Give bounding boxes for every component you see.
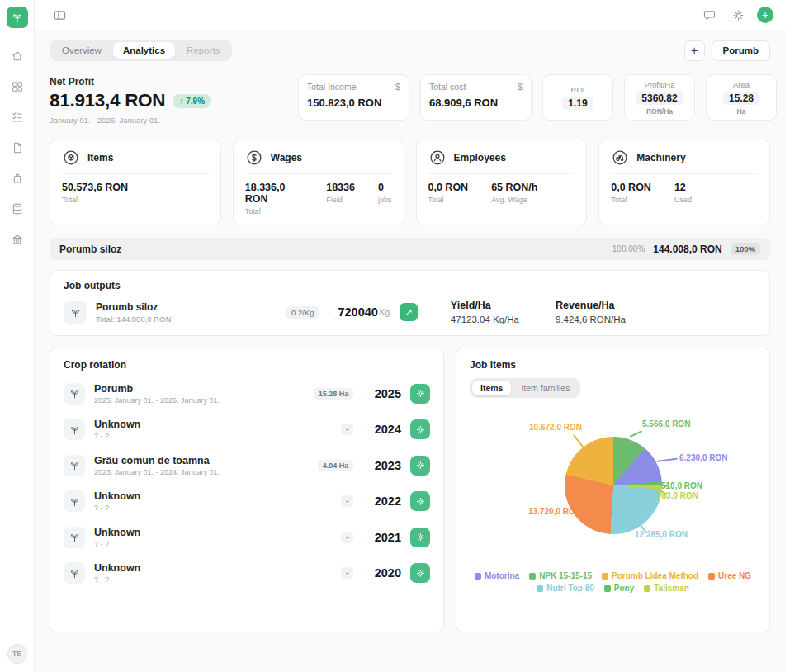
sidebar-item-dashboard[interactable]: [7, 77, 27, 97]
rotation-dates: ? - ?: [94, 575, 341, 584]
rotation-settings-button[interactable]: [410, 384, 430, 404]
machinery-total-value: 0,0 RON: [611, 182, 651, 193]
machinery-total-label: Total: [611, 196, 651, 204]
app-window: TE + Overview Analytics Reports +: [0, 0, 785, 672]
employees-total-value: 0,0 RON: [428, 182, 469, 193]
wages-card: Wages 18.336,0 RONTotal 18336Field 0jobs: [233, 140, 404, 225]
chart-legend: MotorinaNPK 15-15-15Porumb Lidea MethodU…: [470, 571, 756, 593]
crop-icon-tile: [64, 455, 85, 476]
legend-swatch: [602, 573, 608, 580]
rotation-dates: 2023. January 01. - 2024. January 01.: [94, 468, 318, 476]
employees-wage-value: 65 RON/h: [491, 182, 537, 193]
open-output-button[interactable]: ↗: [400, 303, 418, 321]
legend-item: Talisman: [644, 584, 689, 593]
rotation-year: 2020: [371, 566, 401, 580]
rotation-settings-button[interactable]: [410, 563, 430, 583]
rotation-year: 2022: [371, 495, 401, 508]
change-badge: ↑7.9%: [173, 94, 211, 108]
yield-value: 47123.04 Kg/Ha: [451, 315, 519, 324]
rotation-dates: 2025. January 01. - 2026. January 01.: [94, 396, 314, 405]
tabs-row: Overview Analytics Reports + Porumb: [50, 40, 770, 61]
sidebar-item-home[interactable]: [7, 46, 27, 66]
sidebar-item-finance[interactable]: [7, 230, 27, 249]
legend-row: MotorinaNPK 15-15-15Porumb Lidea MethodU…: [475, 571, 751, 580]
machinery-card: Machinery 0,0 RONTotal 12Used: [598, 140, 770, 225]
wages-jobs-value: 0: [378, 182, 392, 193]
rotation-settings-button[interactable]: [410, 456, 430, 476]
summary-row: Items 50.573,6 RONTotal Wages 18.336,0 R…: [50, 140, 770, 225]
tab-reports[interactable]: Reports: [177, 42, 229, 59]
net-profit-block: Net Profit 81.913,4 RON ↑7.9% January 01…: [50, 74, 287, 125]
task-list-icon: [11, 111, 24, 124]
sprout-icon: [69, 387, 81, 400]
net-profit-period: January 01. - 2026. January 01.: [50, 116, 287, 125]
sidebar-item-storage[interactable]: [7, 199, 27, 219]
tractor-circle-icon: [611, 149, 629, 167]
settings-button[interactable]: [728, 5, 748, 25]
job-output-row: Porumb siloz Total: 144.008,0 RON 0.2/Kg…: [64, 300, 756, 324]
rotation-settings-button[interactable]: [410, 491, 430, 511]
area-badge: -: [341, 567, 353, 579]
rotation-crop-name: Unknown: [94, 419, 341, 430]
sidebar-item-documents[interactable]: [7, 138, 27, 158]
crop-rotation-row: Unknown? - ? - · 2020: [64, 556, 430, 592]
tab-overview[interactable]: Overview: [52, 42, 111, 59]
app-logo[interactable]: [7, 7, 28, 28]
add-button[interactable]: +: [757, 7, 773, 23]
sidebar-item-tasks[interactable]: [7, 107, 27, 127]
machinery-title: Machinery: [636, 152, 685, 163]
crop-selector-button[interactable]: Porumb: [712, 40, 770, 61]
legend-label: NPK 15-15-15: [539, 571, 592, 580]
employees-title: Employees: [454, 152, 506, 163]
dollar-icon: $: [518, 82, 523, 92]
total-income-value: 150.823,0 RON: [307, 97, 400, 109]
add-crop-button[interactable]: +: [684, 40, 705, 61]
legend-item: Nutri Top 80: [537, 584, 594, 593]
area-badge: -: [341, 532, 353, 543]
rotation-settings-button[interactable]: [410, 528, 430, 547]
crop-icon-tile: [64, 490, 85, 512]
employees-total-label: Total: [428, 196, 469, 204]
bottom-grid: Crop rotation Porumb2025. January 01. - …: [50, 348, 770, 632]
separator-dot: ·: [361, 568, 364, 578]
dollar-icon: $: [395, 82, 400, 92]
profit-per-ha-card: Profit/Ha 5360.82 RON/Ha: [624, 74, 695, 121]
arrow-up-right-icon: ↗: [404, 307, 412, 318]
crop-bar-name: Porumb siloz: [59, 244, 121, 255]
tab-item-families[interactable]: Item families: [513, 381, 578, 395]
crop-icon-tile: [64, 383, 85, 405]
legend-label: Pony: [614, 584, 634, 593]
legend-label: Porumb Lidea Method: [612, 571, 698, 580]
crop-icon-tile: [64, 562, 85, 584]
pie-leader-line: [630, 430, 642, 437]
legend-swatch: [537, 585, 543, 592]
rotation-settings-button[interactable]: [410, 419, 430, 439]
sidebar-toggle-button[interactable]: [50, 5, 69, 25]
area-badge: 15.28 Ha: [314, 388, 354, 400]
yield-label: Yield/Ha: [451, 300, 519, 311]
legend-swatch: [604, 585, 611, 592]
sidebar-item-store[interactable]: [7, 168, 27, 188]
output-unit: Kg: [380, 308, 390, 317]
area-badge: 4.94 Ha: [318, 460, 354, 471]
legend-label: Talisman: [654, 584, 689, 593]
profit-per-ha-value: 5360.82: [636, 92, 683, 105]
trend-up-icon: ↑: [179, 97, 183, 106]
rotation-year: 2023: [371, 459, 401, 472]
chat-button[interactable]: [699, 5, 719, 25]
gear-icon: [731, 8, 745, 22]
legend-swatch: [529, 573, 536, 580]
gear-icon: [415, 424, 426, 435]
crop-icon-tile: [64, 301, 87, 324]
user-avatar[interactable]: TE: [7, 644, 27, 664]
separator-dot: ·: [361, 532, 364, 542]
crop-rotation-card: Crop rotation Porumb2025. January 01. - …: [50, 348, 444, 632]
crop-accordion-bar[interactable]: Porumb siloz 100.00% 144.008,0 RON 100%: [50, 238, 770, 260]
tab-analytics[interactable]: Analytics: [113, 42, 175, 59]
legend-row: Nutri Top 80PonyTalisman: [537, 584, 689, 593]
pie-label: 12.285,0 RON: [635, 530, 688, 539]
tab-items[interactable]: Items: [472, 381, 511, 395]
job-items-tabs: Items Item families: [470, 378, 580, 398]
main-column: + Overview Analytics Reports + Porumb Ne: [35, 0, 785, 672]
crop-rotation-row: Unknown? - ? - · 2021: [64, 519, 430, 556]
